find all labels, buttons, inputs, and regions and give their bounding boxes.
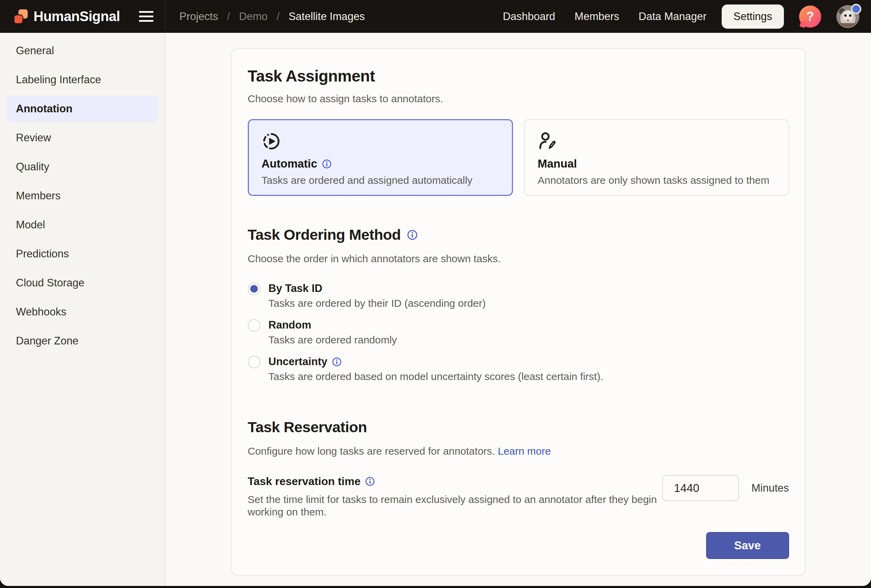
sidebar-item-cloud-storage[interactable]: Cloud Storage [6, 270, 159, 296]
logo-text: HumanSignal [33, 9, 120, 24]
manual-option-description: Annotators are only shown tasks assigned… [538, 175, 775, 186]
sidebar-item-danger-zone[interactable]: Danger Zone [6, 328, 159, 354]
task-reservation-title: Task Reservation [248, 419, 789, 436]
automatic-option-title: Automatic [262, 157, 499, 170]
info-icon[interactable] [322, 159, 331, 169]
main-content: Task Assignment Choose how to assign tas… [166, 33, 871, 586]
reservation-time-label: Task reservation time [248, 475, 659, 488]
user-pen-icon [538, 131, 557, 151]
user-avatar[interactable] [837, 5, 859, 28]
radio-label: By Task ID [269, 282, 789, 295]
sidebar-item-quality[interactable]: Quality [6, 154, 159, 180]
radio-button[interactable] [248, 319, 260, 332]
breadcrumb-separator: / [277, 10, 280, 23]
breadcrumb-projects[interactable]: Projects [180, 10, 218, 23]
radio-label: Random [269, 318, 789, 332]
task-reservation-subtitle: Configure how long tasks are reserved fo… [248, 445, 789, 458]
radio-label: Uncertainty [269, 355, 789, 368]
sidebar-item-annotation[interactable]: Annotation [6, 96, 159, 122]
automatic-option-description: Tasks are ordered and assigned automatic… [262, 175, 499, 186]
radio-option-random[interactable]: Random Tasks are ordered randomly [248, 318, 789, 346]
humansignal-logo-icon [13, 9, 29, 24]
play-circle-dashed-icon [262, 131, 281, 151]
nav-settings-active[interactable]: Settings [722, 4, 784, 29]
breadcrumb: Projects / Demo / Satellite Images [166, 10, 365, 23]
annotation-settings-card: Task Assignment Choose how to assign tas… [231, 48, 806, 576]
info-icon[interactable] [407, 230, 418, 240]
topbar-left-section: HumanSignal [0, 0, 166, 33]
reservation-time-description: Set the time limit for tasks to remain e… [248, 493, 659, 518]
manual-option-title: Manual [538, 157, 775, 170]
settings-sidebar: General Labeling Interface Annotation Re… [0, 33, 166, 586]
save-row: Save [248, 532, 789, 559]
minutes-unit-label: Minutes [751, 482, 789, 494]
reservation-time-control: Minutes [662, 475, 789, 501]
sidebar-item-labeling-interface[interactable]: Labeling Interface [6, 67, 159, 93]
notification-badge [851, 4, 861, 14]
task-assignment-subtitle: Choose how to assign tasks to annotators… [248, 92, 789, 105]
humansignal-logo[interactable]: HumanSignal [13, 9, 120, 24]
hamburger-menu-icon[interactable] [139, 9, 153, 24]
ordering-radio-group: By Task ID Tasks are ordered by their ID… [248, 282, 789, 383]
sidebar-item-predictions[interactable]: Predictions [6, 241, 159, 267]
radio-option-uncertainty[interactable]: Uncertainty Tasks are ordered based on m… [248, 355, 789, 383]
info-icon[interactable] [332, 357, 341, 367]
breadcrumb-separator: / [227, 10, 230, 23]
top-nav: Dashboard Members Data Manager [503, 10, 706, 23]
task-assignment-title: Task Assignment [248, 67, 789, 85]
save-button[interactable]: Save [706, 532, 789, 559]
nav-data-manager[interactable]: Data Manager [639, 10, 706, 23]
app-window: HumanSignal Projects / Demo / Satellite … [0, 0, 871, 586]
sidebar-item-model[interactable]: Model [6, 212, 159, 238]
reservation-field-info: Task reservation time Set the time limit… [248, 475, 659, 518]
task-ordering-title: Task Ordering Method [248, 226, 789, 243]
learn-more-link[interactable]: Learn more [498, 445, 551, 457]
radio-description: Tasks are ordered by their ID (ascending… [269, 297, 789, 310]
assignment-option-automatic[interactable]: Automatic Tasks are ordered and assigned… [248, 119, 513, 196]
reservation-minutes-input[interactable] [662, 475, 739, 501]
radio-button[interactable] [248, 283, 260, 295]
sidebar-item-review[interactable]: Review [6, 125, 159, 151]
sidebar-item-webhooks[interactable]: Webhooks [6, 299, 159, 325]
reservation-time-field-row: Task reservation time Set the time limit… [248, 475, 789, 518]
info-icon[interactable] [365, 477, 375, 486]
radio-option-by-task-id[interactable]: By Task ID Tasks are ordered by their ID… [248, 282, 789, 310]
radio-button[interactable] [248, 356, 260, 368]
breadcrumb-current-page: Satellite Images [289, 10, 365, 23]
help-icon[interactable]: ? [799, 6, 821, 28]
assignment-option-cards: Automatic Tasks are ordered and assigned… [248, 119, 789, 196]
top-bar: HumanSignal Projects / Demo / Satellite … [0, 0, 871, 33]
nav-members[interactable]: Members [575, 10, 619, 23]
nav-dashboard[interactable]: Dashboard [503, 10, 555, 23]
sidebar-item-members[interactable]: Members [6, 183, 159, 209]
radio-description: Tasks are ordered based on model uncerta… [269, 370, 789, 383]
sidebar-item-general[interactable]: General [6, 38, 159, 64]
breadcrumb-demo[interactable]: Demo [239, 10, 268, 23]
task-ordering-subtitle: Choose the order in which annotators are… [248, 252, 789, 265]
assignment-option-manual[interactable]: Manual Annotators are only shown tasks a… [524, 119, 789, 196]
topbar-right-section: Dashboard Members Data Manager Settings … [503, 4, 871, 29]
question-mark-glyph: ? [807, 9, 814, 24]
radio-description: Tasks are ordered randomly [269, 334, 789, 346]
